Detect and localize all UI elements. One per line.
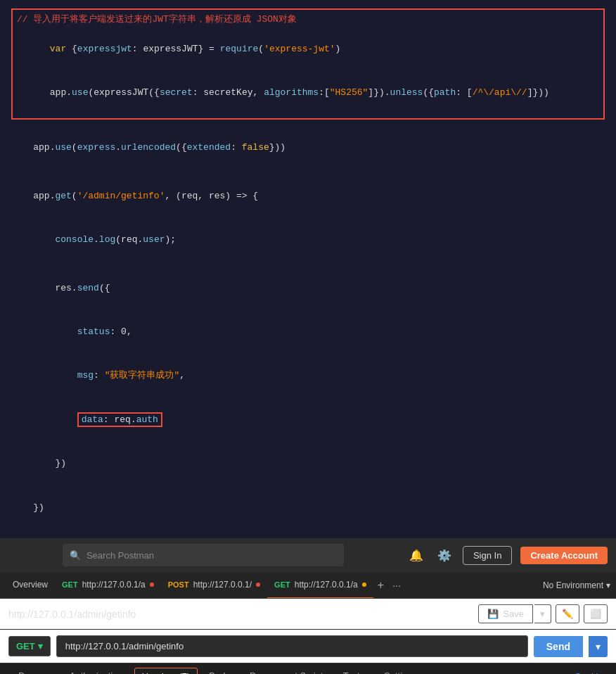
code-line-11: }) — [11, 486, 605, 530]
request-title: http://127.0.0.1/admin/getinfo — [8, 609, 136, 620]
method-get-label: GET — [62, 580, 78, 589]
save-icon: 💾 — [487, 609, 499, 619]
method-selector[interactable]: GET ▾ — [8, 636, 51, 656]
tab-body[interactable]: Body — [199, 663, 240, 674]
tab-get-2-url: http://127.0.0.1/a — [295, 580, 358, 590]
chevron-down-icon: ▾ — [606, 580, 610, 590]
code-line-4: app.get('/admin/getinfo', (req, res) => … — [11, 174, 605, 218]
sign-in-button[interactable]: Sign In — [463, 546, 512, 565]
tabs-bar: Overview GET http://127.0.0.1/a POST htt… — [0, 572, 616, 599]
save-label: Save — [503, 609, 524, 619]
code-line-8: msg: "获取字符串成功", — [11, 355, 605, 398]
tab-authorization[interactable]: Authorization — [60, 663, 133, 674]
tab-headers[interactable]: Headers (7) — [134, 668, 198, 674]
code-line-5: console.log(req.user); — [11, 218, 605, 262]
edit-icon-button[interactable]: ✏️ — [556, 604, 579, 623]
add-tab-button[interactable]: + — [373, 579, 388, 592]
tab-overview-label: Overview — [13, 580, 48, 590]
url-bar: GET ▾ Send ▾ — [0, 630, 616, 663]
code-section: // 导入用于将客户端发送过来的JWT字符串，解析还原成 JSON对象 var … — [0, 0, 616, 538]
tab-dot-1 — [150, 583, 154, 587]
tab-dot-2 — [256, 583, 260, 587]
code-line-3: app.use(express.urlencoded({extended: fa… — [11, 127, 605, 170]
method-post-label: POST — [168, 580, 189, 589]
tab-params[interactable]: Params — [8, 663, 60, 674]
cookies-link[interactable]: Cookies — [575, 671, 608, 674]
tab-dot-3 — [362, 583, 366, 587]
header-right: 🔔 ⚙️ Sign In Create Account — [406, 546, 608, 565]
code-line-6: res.send({ — [11, 267, 605, 310]
env-label: No Environment — [543, 580, 603, 590]
method-chevron-icon: ▾ — [38, 641, 43, 651]
tab-get-1[interactable]: GET http://127.0.0.1/a — [55, 572, 161, 599]
code-line-2: app.use(expressJWT({secret: secretKey, a… — [17, 71, 599, 115]
tab-pre-request[interactable]: Pre-request Script — [240, 663, 333, 674]
method-label: GET — [16, 641, 35, 651]
environment-selector[interactable]: No Environment ▾ — [543, 580, 610, 590]
url-input[interactable] — [56, 635, 528, 657]
postman-header: 🔍 Search Postman 🔔 ⚙️ Sign In Create Acc… — [0, 538, 616, 572]
save-button[interactable]: 💾 Save — [478, 604, 533, 623]
search-placeholder: Search Postman — [86, 550, 154, 561]
send-dropdown-button[interactable]: ▾ — [589, 636, 608, 657]
code-line-9: data: req.auth — [11, 398, 605, 442]
tab-overview[interactable]: Overview — [6, 572, 55, 599]
code-line-1: var {expressjwt: expressJWT} = require('… — [17, 27, 599, 71]
send-button[interactable]: Send — [534, 636, 583, 657]
code-comment: // 导入用于将客户端发送过来的JWT字符串，解析还原成 JSON对象 — [17, 13, 599, 27]
settings-icon[interactable]: ⚙️ — [435, 546, 454, 565]
tab-post-1[interactable]: POST http://127.0.0.1/ — [161, 572, 267, 599]
tab-post-1-url: http://127.0.0.1/ — [193, 580, 252, 590]
tab-get-2[interactable]: GET http://127.0.0.1/a — [267, 572, 373, 599]
request-tabs: Params Authorization Headers (7) Body Pr… — [0, 663, 616, 674]
code-outlined-block: // 导入用于将客户端发送过来的JWT字符串，解析还原成 JSON对象 var … — [11, 8, 605, 120]
search-icon: 🔍 — [70, 550, 81, 561]
code-line-10: }) — [11, 442, 605, 485]
code-line-7: status: 0, — [11, 310, 605, 354]
search-box[interactable]: 🔍 Search Postman — [63, 544, 344, 566]
more-tabs-button[interactable]: ··· — [388, 580, 405, 591]
tab-settings[interactable]: Settings — [374, 663, 427, 674]
request-title-bar: http://127.0.0.1/admin/getinfo 💾 Save ▾ … — [0, 599, 616, 630]
layout-icon-button[interactable]: ⬜ — [584, 604, 608, 623]
create-account-button[interactable]: Create Account — [520, 547, 608, 564]
method-get-2-label: GET — [274, 580, 290, 589]
save-dropdown-button[interactable]: ▾ — [534, 604, 551, 623]
tab-tests[interactable]: Tests — [333, 663, 374, 674]
notification-icon[interactable]: 🔔 — [406, 546, 426, 565]
save-btn-group: 💾 Save ▾ ✏️ ⬜ — [478, 604, 608, 623]
tab-get-1-url: http://127.0.0.1/a — [82, 580, 146, 590]
